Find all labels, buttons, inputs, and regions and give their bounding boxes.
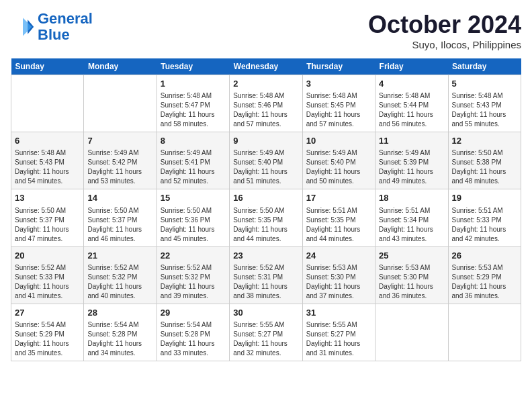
day-header-saturday: Saturday xyxy=(448,58,521,75)
calendar-cell: 13Sunrise: 5:50 AM Sunset: 5:37 PM Dayli… xyxy=(11,189,84,246)
day-number: 7 xyxy=(87,135,152,147)
day-info: Sunrise: 5:51 AM Sunset: 5:34 PM Dayligh… xyxy=(379,206,444,244)
page-header: General Blue October 2024 Suyo, Ilocos, … xyxy=(11,11,521,50)
day-header-friday: Friday xyxy=(375,58,448,75)
calendar-cell: 11Sunrise: 5:49 AM Sunset: 5:39 PM Dayli… xyxy=(375,132,448,189)
month-title: October 2024 xyxy=(368,11,521,39)
calendar-week-1: 1Sunrise: 5:48 AM Sunset: 5:47 PM Daylig… xyxy=(11,75,521,132)
day-number: 27 xyxy=(15,307,80,319)
day-info: Sunrise: 5:50 AM Sunset: 5:35 PM Dayligh… xyxy=(233,206,298,244)
calendar-cell: 10Sunrise: 5:49 AM Sunset: 5:40 PM Dayli… xyxy=(302,132,375,189)
day-header-wednesday: Wednesday xyxy=(230,58,302,75)
day-number: 1 xyxy=(161,78,226,90)
logo: General Blue xyxy=(11,11,93,43)
day-info: Sunrise: 5:48 AM Sunset: 5:46 PM Dayligh… xyxy=(233,91,298,129)
day-info: Sunrise: 5:49 AM Sunset: 5:42 PM Dayligh… xyxy=(87,148,152,186)
calendar-cell: 16Sunrise: 5:50 AM Sunset: 5:35 PM Dayli… xyxy=(230,189,302,246)
day-info: Sunrise: 5:54 AM Sunset: 5:28 PM Dayligh… xyxy=(87,320,152,358)
calendar-cell xyxy=(11,75,84,132)
title-block: October 2024 Suyo, Ilocos, Philippines xyxy=(368,11,521,50)
day-number: 4 xyxy=(379,78,444,90)
day-number: 8 xyxy=(161,135,226,147)
calendar-cell: 20Sunrise: 5:52 AM Sunset: 5:33 PM Dayli… xyxy=(11,246,84,304)
day-number: 24 xyxy=(306,250,371,262)
calendar-cell: 24Sunrise: 5:53 AM Sunset: 5:30 PM Dayli… xyxy=(302,246,375,304)
day-number: 3 xyxy=(306,78,371,90)
day-number: 6 xyxy=(15,135,80,147)
day-number: 15 xyxy=(161,192,226,204)
day-info: Sunrise: 5:52 AM Sunset: 5:33 PM Dayligh… xyxy=(15,263,80,301)
day-info: Sunrise: 5:48 AM Sunset: 5:44 PM Dayligh… xyxy=(379,91,444,129)
calendar-cell: 6Sunrise: 5:48 AM Sunset: 5:43 PM Daylig… xyxy=(11,132,84,189)
day-number: 20 xyxy=(15,250,80,262)
calendar-cell: 14Sunrise: 5:50 AM Sunset: 5:37 PM Dayli… xyxy=(84,189,157,246)
calendar-table: SundayMondayTuesdayWednesdayThursdayFrid… xyxy=(11,58,521,361)
day-number: 19 xyxy=(452,192,517,204)
day-info: Sunrise: 5:48 AM Sunset: 5:43 PM Dayligh… xyxy=(15,148,80,186)
calendar-cell: 3Sunrise: 5:48 AM Sunset: 5:45 PM Daylig… xyxy=(302,75,375,132)
day-info: Sunrise: 5:54 AM Sunset: 5:29 PM Dayligh… xyxy=(15,320,80,358)
day-info: Sunrise: 5:51 AM Sunset: 5:35 PM Dayligh… xyxy=(306,206,371,244)
day-number: 31 xyxy=(306,307,371,319)
day-number: 30 xyxy=(233,307,298,319)
calendar-cell xyxy=(84,75,157,132)
day-info: Sunrise: 5:50 AM Sunset: 5:36 PM Dayligh… xyxy=(161,206,226,244)
day-info: Sunrise: 5:50 AM Sunset: 5:38 PM Dayligh… xyxy=(452,148,517,186)
day-header-monday: Monday xyxy=(84,58,157,75)
calendar-cell: 2Sunrise: 5:48 AM Sunset: 5:46 PM Daylig… xyxy=(230,75,302,132)
day-number: 26 xyxy=(452,250,517,262)
day-info: Sunrise: 5:48 AM Sunset: 5:47 PM Dayligh… xyxy=(161,91,226,129)
calendar-cell: 17Sunrise: 5:51 AM Sunset: 5:35 PM Dayli… xyxy=(302,189,375,246)
day-info: Sunrise: 5:53 AM Sunset: 5:29 PM Dayligh… xyxy=(452,263,517,301)
calendar-cell: 18Sunrise: 5:51 AM Sunset: 5:34 PM Dayli… xyxy=(375,189,448,246)
day-number: 25 xyxy=(379,250,444,262)
calendar-cell: 31Sunrise: 5:55 AM Sunset: 5:27 PM Dayli… xyxy=(302,304,375,361)
day-info: Sunrise: 5:48 AM Sunset: 5:45 PM Dayligh… xyxy=(306,91,371,129)
day-number: 5 xyxy=(452,78,517,90)
day-number: 17 xyxy=(306,192,371,204)
calendar-cell: 28Sunrise: 5:54 AM Sunset: 5:28 PM Dayli… xyxy=(84,304,157,361)
calendar-cell xyxy=(375,304,448,361)
day-header-sunday: Sunday xyxy=(11,58,84,75)
day-info: Sunrise: 5:49 AM Sunset: 5:39 PM Dayligh… xyxy=(379,148,444,186)
day-info: Sunrise: 5:53 AM Sunset: 5:30 PM Dayligh… xyxy=(306,263,371,301)
calendar-cell: 19Sunrise: 5:51 AM Sunset: 5:33 PM Dayli… xyxy=(448,189,521,246)
day-number: 2 xyxy=(233,78,298,90)
day-info: Sunrise: 5:55 AM Sunset: 5:27 PM Dayligh… xyxy=(306,320,371,358)
day-number: 29 xyxy=(161,307,226,319)
day-number: 21 xyxy=(87,250,152,262)
day-number: 28 xyxy=(87,307,152,319)
calendar-cell: 1Sunrise: 5:48 AM Sunset: 5:47 PM Daylig… xyxy=(157,75,229,132)
day-number: 16 xyxy=(233,192,298,204)
calendar-cell: 15Sunrise: 5:50 AM Sunset: 5:36 PM Dayli… xyxy=(157,189,229,246)
day-info: Sunrise: 5:55 AM Sunset: 5:27 PM Dayligh… xyxy=(233,320,298,358)
calendar-week-3: 13Sunrise: 5:50 AM Sunset: 5:37 PM Dayli… xyxy=(11,189,521,246)
day-number: 13 xyxy=(15,192,80,204)
day-number: 23 xyxy=(233,250,298,262)
calendar-cell: 12Sunrise: 5:50 AM Sunset: 5:38 PM Dayli… xyxy=(448,132,521,189)
calendar-header-row: SundayMondayTuesdayWednesdayThursdayFrid… xyxy=(11,58,521,75)
calendar-cell: 26Sunrise: 5:53 AM Sunset: 5:29 PM Dayli… xyxy=(448,246,521,304)
calendar-cell: 5Sunrise: 5:48 AM Sunset: 5:43 PM Daylig… xyxy=(448,75,521,132)
day-info: Sunrise: 5:51 AM Sunset: 5:33 PM Dayligh… xyxy=(452,206,517,244)
day-header-thursday: Thursday xyxy=(302,58,375,75)
day-info: Sunrise: 5:50 AM Sunset: 5:37 PM Dayligh… xyxy=(15,206,80,244)
day-header-tuesday: Tuesday xyxy=(157,58,229,75)
day-info: Sunrise: 5:49 AM Sunset: 5:41 PM Dayligh… xyxy=(161,148,226,186)
calendar-week-2: 6Sunrise: 5:48 AM Sunset: 5:43 PM Daylig… xyxy=(11,132,521,189)
calendar-cell xyxy=(448,304,521,361)
day-info: Sunrise: 5:53 AM Sunset: 5:30 PM Dayligh… xyxy=(379,263,444,301)
calendar-cell: 25Sunrise: 5:53 AM Sunset: 5:30 PM Dayli… xyxy=(375,246,448,304)
day-info: Sunrise: 5:54 AM Sunset: 5:28 PM Dayligh… xyxy=(161,320,226,358)
calendar-cell: 4Sunrise: 5:48 AM Sunset: 5:44 PM Daylig… xyxy=(375,75,448,132)
calendar-cell: 23Sunrise: 5:52 AM Sunset: 5:31 PM Dayli… xyxy=(230,246,302,304)
day-number: 14 xyxy=(87,192,152,204)
day-info: Sunrise: 5:50 AM Sunset: 5:37 PM Dayligh… xyxy=(87,206,152,244)
calendar-cell: 9Sunrise: 5:49 AM Sunset: 5:40 PM Daylig… xyxy=(230,132,302,189)
calendar-week-5: 27Sunrise: 5:54 AM Sunset: 5:29 PM Dayli… xyxy=(11,304,521,361)
location: Suyo, Ilocos, Philippines xyxy=(368,39,521,50)
day-number: 22 xyxy=(161,250,226,262)
calendar-cell: 22Sunrise: 5:52 AM Sunset: 5:32 PM Dayli… xyxy=(157,246,229,304)
calendar-cell: 29Sunrise: 5:54 AM Sunset: 5:28 PM Dayli… xyxy=(157,304,229,361)
day-info: Sunrise: 5:48 AM Sunset: 5:43 PM Dayligh… xyxy=(452,91,517,129)
